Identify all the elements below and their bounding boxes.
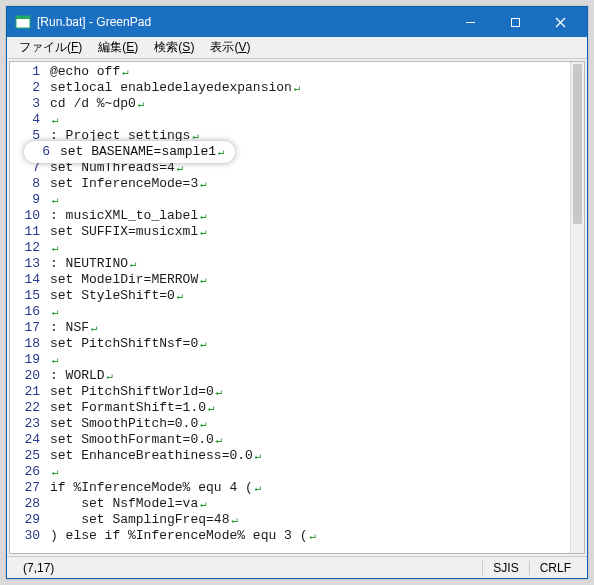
menu-view[interactable]: 表示(V) [202,37,258,58]
menu-edit[interactable]: 編集(E) [90,37,146,58]
code-text: @echo off [50,64,120,79]
line-number: 16 [10,304,46,320]
eol-icon: ↵ [206,402,215,414]
eol-icon: ↵ [50,242,59,254]
eol-icon: ↵ [198,338,207,350]
vertical-scrollbar[interactable] [570,62,584,553]
line-number: 8 [10,176,46,192]
line-number: 17 [10,320,46,336]
code-line[interactable]: ↵ [50,352,570,368]
code-line[interactable]: ↵ [50,304,570,320]
code-line[interactable]: @echo off↵ [50,64,570,80]
code-text: set PitchShiftNsf=0 [50,336,198,351]
line-number: 15 [10,288,46,304]
line-number: 3 [10,96,46,112]
eol-icon: ↵ [307,530,316,542]
code-line[interactable]: set StyleShift=0↵ [50,288,570,304]
code-line[interactable]: set InferenceMode=3↵ [50,176,570,192]
close-button[interactable] [538,8,583,36]
eol-icon: ↵ [175,162,184,174]
minimize-button[interactable] [448,8,493,36]
menu-file[interactable]: ファイル(F) [11,37,90,58]
eol-icon: ↵ [253,482,262,494]
eol-icon: ↵ [50,194,59,206]
code-text: set PitchShiftWorld=0 [50,384,214,399]
code-line[interactable]: set EnhanceBreathiness=0.0↵ [50,448,570,464]
app-window: [Run.bat] - GreenPad ファイル(F) 編集(E) 検索(S)… [6,6,588,579]
eol-icon: ↵ [198,226,207,238]
eol-icon: ↵ [198,418,207,430]
status-eol[interactable]: CRLF [529,561,581,575]
line-number: 4 [10,112,46,128]
line-number: 18 [10,336,46,352]
code-text: ) else if %InferenceMode% equ 3 ( [50,528,307,543]
line-number: 10 [10,208,46,224]
code-text: : NEUTRINO [50,256,128,271]
status-cursor-pos: (7,17) [13,561,64,575]
line-number: 19 [10,352,46,368]
svg-rect-3 [512,18,520,26]
editor-area[interactable]: 1234567891011121314151617181920212223242… [9,61,585,554]
code-line[interactable]: set PitchShiftWorld=0↵ [50,384,570,400]
code-line[interactable]: : WORLD↵ [50,368,570,384]
titlebar[interactable]: [Run.bat] - GreenPad [7,7,587,37]
code-text: set NsfModel=va [50,496,198,511]
line-number: 20 [10,368,46,384]
code-text: set SUFFIX=musicxml [50,224,198,239]
code-line[interactable]: set FormantShift=1.0↵ [50,400,570,416]
code-line[interactable]: : musicXML_to_label↵ [50,208,570,224]
code-line[interactable]: ↵ [50,464,570,480]
eol-icon: ↵ [50,466,59,478]
code-line[interactable]: if %InferenceMode% equ 4 (↵ [50,480,570,496]
menu-search-label: 検索 [154,40,178,54]
code-line[interactable]: ↵ [50,192,570,208]
line-number: 1 [10,64,46,80]
status-encoding[interactable]: SJIS [482,561,528,575]
code-line[interactable]: ↵ [50,112,570,128]
code-line[interactable]: set SUFFIX=musicxml↵ [50,224,570,240]
code-text: set SmoothFormant=0.0 [50,432,214,447]
code-line[interactable]: : NSF↵ [50,320,570,336]
line-number: 9 [10,192,46,208]
code-line[interactable]: : NEUTRINO↵ [50,256,570,272]
code-line[interactable]: set SmoothPitch=0.0↵ [50,416,570,432]
eol-icon: ↵ [198,210,207,222]
code-text: if %InferenceMode% equ 4 ( [50,480,253,495]
window-controls [448,8,583,36]
scrollbar-thumb[interactable] [573,64,582,224]
code-line[interactable]: setlocal enabledelayedexpansion↵ [50,80,570,96]
code-text: setlocal enabledelayedexpansion [50,80,292,95]
eol-icon: ↵ [198,274,207,286]
eol-icon: ↵ [229,514,238,526]
code-line[interactable]: set NsfModel=va↵ [50,496,570,512]
eol-icon: ↵ [128,258,137,270]
code-text: : NSF [50,320,89,335]
menu-search[interactable]: 検索(S) [146,37,202,58]
line-number: 24 [10,432,46,448]
line-number: 11 [10,224,46,240]
app-icon [15,14,31,30]
highlight-line-text: set BASENAME=sample1 [60,144,216,160]
eol-icon: ↵ [175,290,184,302]
code-line[interactable]: ) else if %InferenceMode% equ 3 (↵ [50,528,570,544]
code-line[interactable]: set PitchShiftNsf=0↵ [50,336,570,352]
code-line[interactable]: set ModelDir=MERROW↵ [50,272,570,288]
eol-icon: ↵ [214,386,223,398]
code-text: set SamplingFreq=48 [50,512,229,527]
maximize-icon [510,17,521,28]
line-number: 21 [10,384,46,400]
code-line[interactable]: cd /d %~dp0↵ [50,96,570,112]
eol-icon: ↵ [214,434,223,446]
code-line[interactable]: ↵ [50,240,570,256]
code-line[interactable]: set SamplingFreq=48↵ [50,512,570,528]
line-number: 23 [10,416,46,432]
code-text: set StyleShift=0 [50,288,175,303]
line-number: 30 [10,528,46,544]
code-content[interactable]: @echo off↵setlocal enabledelayedexpansio… [50,64,570,553]
eol-icon: ↵ [292,82,301,94]
menu-file-label: ファイル [19,40,67,54]
line-number: 14 [10,272,46,288]
code-line[interactable]: set SmoothFormant=0.0↵ [50,432,570,448]
code-text: set InferenceMode=3 [50,176,198,191]
maximize-button[interactable] [493,8,538,36]
